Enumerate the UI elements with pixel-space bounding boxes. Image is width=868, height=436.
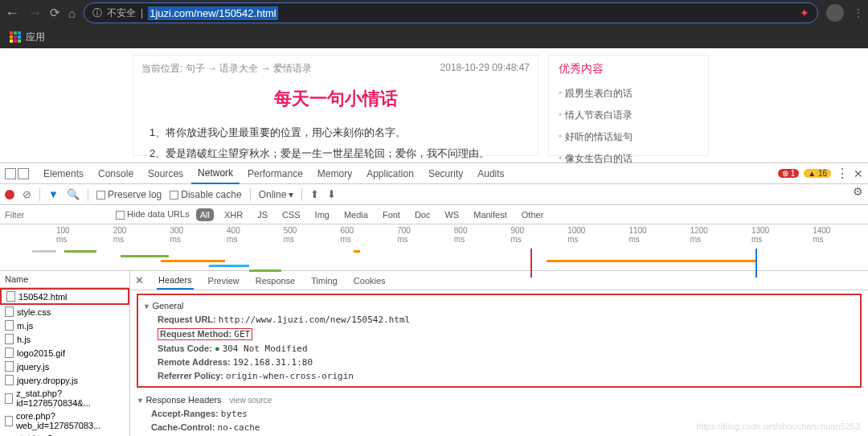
devtools-menu-icon[interactable]: ⋮ — [836, 166, 849, 181]
watermark: https://blog.csdn.net/shouchenchuan5253 — [696, 422, 860, 431]
sidebar-item[interactable]: 好听的情话短句 — [559, 126, 698, 148]
file-icon — [5, 320, 14, 331]
filter-media[interactable]: Media — [340, 208, 372, 221]
browser-toolbar: ← → ⟳ ⌂ ⓘ 不安全 | 1juzi.com/new/150542.htm… — [0, 0, 868, 26]
filter-xhr[interactable]: XHR — [220, 208, 247, 221]
request-item[interactable]: core.php?web_id=127857083... — [0, 409, 129, 432]
file-icon — [6, 291, 15, 302]
profile-avatar[interactable] — [826, 4, 844, 22]
error-badge[interactable]: 1 — [778, 169, 799, 178]
file-icon — [5, 334, 14, 344]
tab-audits[interactable]: Audits — [471, 164, 510, 183]
request-item[interactable]: jquery.droppy.js — [0, 373, 129, 387]
devtools-panel: Elements Console Sources Network Perform… — [0, 162, 868, 436]
tab-network[interactable]: Network — [191, 163, 240, 184]
dock-icon[interactable] — [5, 168, 16, 179]
filter-img[interactable]: Img — [311, 208, 334, 221]
tab-performance[interactable]: Performance — [241, 164, 309, 183]
bookmark-star-icon[interactable]: ✦ — [800, 6, 809, 19]
filter-input[interactable] — [5, 210, 109, 220]
reload-button[interactable]: ⟳ — [50, 6, 60, 20]
quote-line: 2、爱是踏破红尘望穿秋水；爱是一生一世星星轮回；爱你，我不问理由。 — [149, 143, 522, 164]
apps-icon[interactable] — [10, 31, 21, 43]
preserve-log-checkbox[interactable]: Preserve log — [96, 189, 162, 200]
view-source-link[interactable]: view source — [230, 396, 272, 405]
request-item[interactable]: 150542.html — [0, 288, 129, 305]
tab-security[interactable]: Security — [422, 164, 469, 183]
search-icon[interactable]: 🔍 — [67, 188, 80, 200]
response-headers-header[interactable]: Response Headersview source — [137, 393, 862, 407]
filter-bar: Hide data URLs All XHR JS CSS Img Media … — [0, 205, 868, 224]
file-icon — [5, 306, 14, 317]
general-header[interactable]: General — [143, 298, 855, 313]
tab-elements[interactable]: Elements — [37, 164, 90, 183]
network-timeline[interactable]: 100 ms 200 ms 300 ms 400 ms 500 ms 600 m… — [0, 224, 868, 271]
network-toolbar: ⊘ ▼ 🔍 Preserve log Disable cache Online … — [0, 184, 868, 205]
request-item[interactable]: z_stat.php?id=1278570834&... — [0, 387, 129, 409]
filter-font[interactable]: Font — [379, 208, 404, 221]
upload-icon[interactable]: ⬆ — [310, 188, 319, 200]
menu-icon[interactable]: ⋮ — [854, 7, 863, 19]
tab-memory[interactable]: Memory — [311, 164, 358, 183]
tab-sources[interactable]: Sources — [141, 164, 190, 183]
home-button[interactable]: ⌂ — [68, 6, 76, 20]
request-item[interactable]: stat.htm?id=1278570834&r=h... — [0, 432, 129, 436]
sidebar-list: 跟男生表白的话 情人节表白语录 好听的情话短句 像女生告白的话 — [559, 83, 698, 170]
filter-js[interactable]: JS — [253, 208, 272, 221]
page-title: 每天一句小情话 — [141, 87, 530, 111]
url-text[interactable]: 1juzi.com/new/150542.html — [148, 6, 278, 20]
tab-application[interactable]: Application — [360, 164, 420, 183]
request-item[interactable]: jquery.js — [0, 360, 129, 373]
sidebar-item[interactable]: 情人节表白语录 — [559, 105, 698, 126]
file-icon — [5, 375, 14, 385]
request-item[interactable]: h.js — [0, 332, 129, 346]
filter-css[interactable]: CSS — [278, 208, 305, 221]
inspect-icon[interactable] — [18, 168, 29, 179]
hide-data-urls-checkbox[interactable]: Hide data URLs — [116, 209, 190, 220]
back-button[interactable]: ← — [5, 5, 19, 22]
filter-ws[interactable]: WS — [440, 208, 463, 221]
throttle-select[interactable]: Online ▾ — [259, 189, 294, 200]
request-item[interactable]: m.js — [0, 319, 129, 332]
address-bar[interactable]: ⓘ 不安全 | 1juzi.com/new/150542.html ✦ — [84, 2, 818, 23]
general-section: General Request URL: http://www.1juzi.co… — [137, 294, 862, 388]
download-icon[interactable]: ⬇ — [327, 188, 336, 200]
disable-cache-checkbox[interactable]: Disable cache — [170, 189, 241, 200]
sidebar-panel: 优秀内容 跟男生表白的话 情人节表白语录 好听的情话短句 像女生告白的话 — [548, 55, 709, 156]
page-viewport: 当前位置: 句子 → 语录大全 → 爱情语录 2018-10-29 09:48:… — [0, 48, 868, 162]
publish-time: 2018-10-29 09:48:47 — [440, 62, 530, 76]
record-button[interactable] — [5, 190, 14, 199]
warning-badge[interactable]: 16 — [804, 169, 831, 178]
apps-label[interactable]: 应用 — [26, 31, 45, 44]
bookmarks-bar: 应用 — [0, 26, 868, 48]
file-icon — [5, 361, 14, 372]
insecure-label: 不安全 — [107, 6, 136, 20]
request-detail: ✕ Headers Preview Response Timing Cookie… — [130, 271, 868, 436]
file-icon — [5, 393, 13, 404]
breadcrumb: 当前位置: 句子 → 语录大全 → 爱情语录 — [141, 62, 312, 76]
filter-other[interactable]: Other — [518, 208, 548, 221]
sidebar-item[interactable]: 跟男生表白的话 — [559, 83, 698, 105]
filter-all[interactable]: All — [196, 208, 214, 221]
filter-icon[interactable]: ▼ — [48, 188, 59, 200]
dock-controls[interactable] — [5, 168, 29, 179]
file-icon — [5, 416, 13, 426]
devtools-tabbar: Elements Console Sources Network Perform… — [0, 163, 868, 184]
network-main: Name 150542.html style.css m.js h.js log… — [0, 271, 868, 436]
devtools-close-icon[interactable]: ✕ — [854, 167, 863, 180]
quote-line: 1、将你放进我心里最重要的位置，用心来刻你的名字。 — [149, 122, 522, 143]
forward-button[interactable]: → — [27, 5, 42, 22]
settings-gear-icon[interactable]: ⚙ — [853, 185, 863, 198]
filter-manifest[interactable]: Manifest — [469, 208, 511, 221]
sidebar-title: 优秀内容 — [559, 62, 698, 76]
request-item[interactable]: logo2015.gif — [0, 346, 129, 360]
clear-icon[interactable]: ⊘ — [23, 188, 31, 200]
tab-console[interactable]: Console — [92, 164, 140, 183]
request-item[interactable]: style.css — [0, 305, 129, 319]
article-body: 1、将你放进我心里最重要的位置，用心来刻你的名字。 2、爱是踏破红尘望穿秋水；爱… — [141, 122, 530, 164]
filter-doc[interactable]: Doc — [411, 208, 435, 221]
article-panel: 当前位置: 句子 → 语录大全 → 爱情语录 2018-10-29 09:48:… — [133, 55, 538, 156]
request-list: Name 150542.html style.css m.js h.js log… — [0, 271, 130, 436]
file-icon — [5, 348, 14, 358]
info-icon[interactable]: ⓘ — [92, 6, 102, 20]
